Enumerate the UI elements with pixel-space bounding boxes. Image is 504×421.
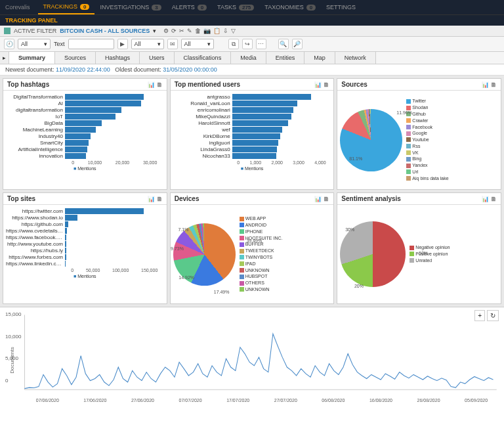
top-nav: Corevalis TRACKINGS0INVESTIGATIONS3ALERT… [0,0,504,14]
scope-select[interactable]: All▾ [18,39,51,49]
nav-settings[interactable]: SETTINGS [321,0,361,14]
cut-icon[interactable]: ✂ [179,28,184,34]
card-title: Top mentioned users [175,81,240,88]
tab-sources[interactable]: Sources [55,52,96,64]
timeline-reset-icon[interactable]: ↻ [487,310,499,321]
text-input[interactable] [68,39,114,49]
tab-media[interactable]: Media [231,52,266,64]
export-icon[interactable]: 🗎 [491,196,497,202]
newest-date: 11/09/2020 22:44:00 [56,66,110,73]
dashboard-grid: Top hashtags📊🗎 DigitalTransformationAIdi… [0,76,504,307]
card-title: Sources [341,81,367,88]
card-sites: Top sites📊🗎 https://twitter.comhttps://w… [3,192,167,304]
card-title: Sentiment analysis [341,195,401,202]
export-icon[interactable]: 🗎 [324,196,329,202]
nav-alerts[interactable]: ALERTS0 [167,0,212,14]
camera-icon[interactable]: 📷 [203,28,211,34]
chart-devices: WEB APPANDROIDIPHONEHOOTSUITE INC.BUFFER… [171,205,334,303]
timeline-add-icon[interactable]: + [474,310,485,321]
more-icon[interactable]: ⋯ [256,39,266,49]
chart-icon[interactable]: 📊 [482,196,489,202]
oldest-date: 31/05/2020 00:00:00 [163,66,217,73]
zoom-out-icon[interactable]: 🔎 [292,39,303,49]
export-icon[interactable]: 🗎 [324,81,329,88]
chart-hashtags: DigitalTransformationAIdigitaltransforma… [3,91,167,189]
chart-icon[interactable]: 📊 [314,81,322,88]
info-bar: Newest document: 11/09/2020 22:44:00 Old… [0,64,504,76]
chart-icon[interactable]: 📊 [314,196,322,202]
filter-label: ACTIVE FILTER [14,28,56,34]
card-title: Devices [175,195,200,202]
clipboard-icon[interactable]: 📋 [213,28,220,34]
chart-users: antgrassoRonald_vanLoonenricomolinariMik… [171,91,334,189]
share-icon[interactable]: ↪ [242,39,253,49]
export-icon[interactable]: 🗎 [157,196,163,202]
filter-icon[interactable]: ▽ [231,28,236,34]
timeline-yaxis: 15,00010,0005,0000 [5,311,21,384]
copy-icon[interactable]: ⧉ [228,39,239,49]
card-title: Top sites [7,195,35,202]
export-icon[interactable]: 🗎 [157,81,163,88]
newest-label: Newest document: [5,66,54,73]
chart-icon[interactable]: 📊 [482,81,489,88]
oldest-label: Oldest document: [115,66,161,73]
scope3-select[interactable]: All▾ [181,39,214,49]
chart-sources: TwitterShodanGithubCrawlerFacebookGoogle… [337,91,501,189]
nav-tasks[interactable]: TASKS275 [212,0,259,14]
tab-users[interactable]: Users [140,52,175,64]
filter-status-icon [4,28,10,34]
play-icon[interactable]: ▶ [117,39,128,49]
card-title: Top hashtags [7,81,49,88]
brand-logo: Corevalis [5,4,30,11]
tab-hashtags[interactable]: Hashtags [96,52,140,64]
tab-network[interactable]: Network [335,52,376,64]
nav-investigations[interactable]: INVESTIGATIONS3 [94,0,166,14]
card-hashtags: Top hashtags📊🗎 DigitalTransformationAIdi… [3,78,167,190]
tab-scroll-left[interactable]: ▸ [0,52,9,64]
filter-bar: ACTIVE FILTER BITCOIN CASH - ALL SOURCES… [0,26,504,37]
refresh-icon[interactable]: ⟳ [171,28,177,34]
timeline-xaxis: 07/06/202017/06/202027/06/202007/07/2020… [24,398,500,403]
scope2-select[interactable]: All▾ [131,39,164,49]
tab-entities[interactable]: Entities [266,52,305,64]
query-toolbar: 🕘 All▾ Text ▶ All▾ ✉ All▾ ⧉ ↪ ⋯ 🔍 🔎 [0,37,504,52]
gear-icon[interactable]: ⚙ [163,28,169,34]
trash-icon[interactable]: 🗑 [195,28,201,34]
text-label: Text [54,41,65,47]
tab-classifications[interactable]: Classifications [175,52,232,64]
edit-icon[interactable]: ✎ [187,28,192,34]
mail-icon[interactable]: ✉ [167,39,178,49]
timeline-panel: + ↻ Documents 15,00010,0005,0000 07/06/2… [0,307,504,407]
panel-header: TRACKING PANEL [0,14,504,26]
chart-sites: https://twitter.comhttps://www.shodan.io… [3,205,167,303]
filter-value[interactable]: BITCOIN CASH - ALL SOURCES [60,28,150,34]
clock-icon[interactable]: 🕘 [4,39,14,49]
filter-dropdown-icon[interactable]: ▾ [153,28,156,34]
tab-bar: ▸ SummarySourcesHashtagsUsersClassificat… [0,52,504,64]
timeline-chart[interactable] [4,311,500,397]
nav-trackings[interactable]: TRACKINGS0 [38,0,95,14]
zoom-in-icon[interactable]: 🔍 [278,39,289,49]
tab-map[interactable]: Map [304,52,335,64]
chart-icon[interactable]: 📊 [148,81,155,88]
nav-taxonomies[interactable]: TAXONOMIES0 [259,0,321,14]
card-devices: Devices📊🗎 WEB APPANDROIDIPHONEHOOTSUITE … [170,192,335,304]
export-icon[interactable]: 🗎 [491,81,497,88]
filter-tool-icons: ⚙ ⟳ ✂ ✎ 🗑 📷 📋 ⇩ ▽ [163,28,236,34]
card-sources: Sources📊🗎 TwitterShodanGithubCrawlerFace… [337,78,501,190]
card-users: Top mentioned users📊🗎 antgrassoRonald_va… [170,78,335,190]
download-icon[interactable]: ⇩ [223,28,228,34]
chart-sentiment: Negative opinionPositive opinionUnrated5… [337,205,501,303]
chart-icon[interactable]: 📊 [148,196,155,202]
card-sentiment: Sentiment analysis📊🗎 Negative opinionPos… [337,192,501,304]
tab-summary[interactable]: Summary [9,52,55,64]
